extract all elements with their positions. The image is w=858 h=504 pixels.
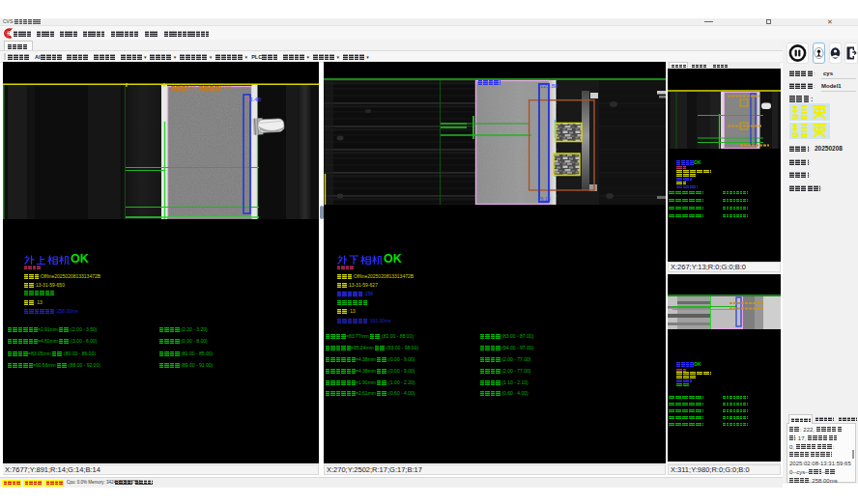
svg-text:76.13: 76.13 [538, 196, 551, 202]
